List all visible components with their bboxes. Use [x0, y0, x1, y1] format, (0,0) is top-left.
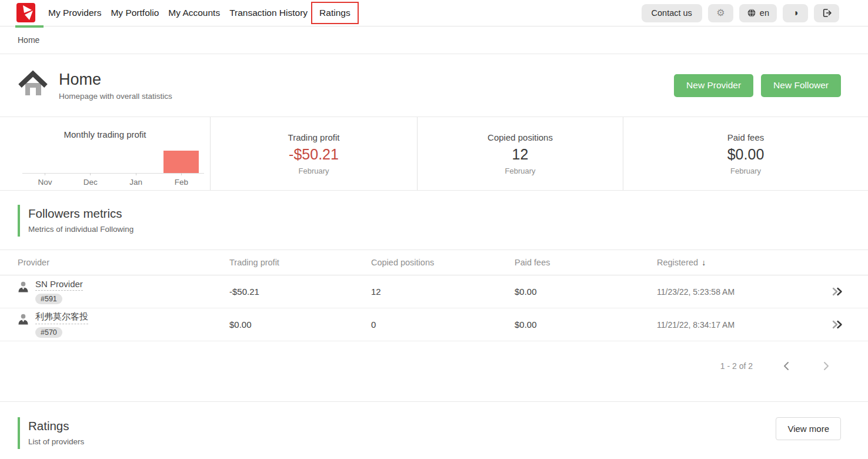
gear-icon: ⚙ [716, 8, 725, 18]
nav-transaction-history[interactable]: Transaction History [229, 8, 308, 18]
provider-id-badge: #591 [35, 294, 62, 304]
paid-fees-card: Paid fees $0.00 February [623, 117, 868, 190]
person-icon [18, 281, 29, 292]
title-block: Home Homepage with overall statistics [59, 71, 172, 101]
new-follower-button[interactable]: New Follower [761, 74, 841, 97]
main-menu: My Providers My Portfolio My Accounts Tr… [48, 6, 356, 19]
open-details-chevrons-icon[interactable] [832, 320, 850, 329]
mini-chart-labels: NovDecJanFeb [22, 178, 204, 187]
section-title: Ratings [28, 419, 84, 433]
top-navigation: My Providers My Portfolio My Accounts Tr… [0, 0, 868, 26]
copied-positions-card: Copied positions 12 February [418, 117, 623, 190]
pagination: 1 - 2 of 2 [0, 359, 833, 373]
settings-button[interactable]: ⚙ [708, 4, 733, 22]
col-paid-fees[interactable]: Paid fees [515, 258, 657, 267]
section-subtitle: Metrics of individual Following [28, 225, 868, 234]
followers-metrics-section: Followers metrics Metrics of individual … [0, 191, 868, 373]
table-row: SN Provider #591 -$50.21 12 $0.00 11/23/… [0, 275, 868, 308]
page-title: Home [59, 71, 172, 89]
followers-metrics-header: Followers metrics Metrics of individual … [18, 205, 868, 237]
nav-my-portfolio[interactable]: My Portfolio [111, 8, 159, 18]
col-registered-label: Registered [657, 258, 698, 267]
next-page-button[interactable] [820, 359, 833, 373]
mini-bar-chart [22, 141, 204, 174]
stat-period: February [505, 167, 535, 175]
provider-cell: SN Provider #591 [18, 279, 229, 304]
nav-my-providers[interactable]: My Providers [48, 8, 101, 18]
active-nav-indicator [15, 25, 44, 28]
view-more-button[interactable]: View more [776, 417, 841, 440]
chart-tick-label: Feb [159, 178, 204, 187]
chart-bar [163, 151, 199, 173]
cell-paid-fees: $0.00 [515, 287, 657, 297]
overall-statistics-strip: Monthly trading profit NovDecJanFeb Trad… [0, 117, 868, 191]
person-icon [18, 313, 29, 325]
col-provider[interactable]: Provider [18, 258, 229, 267]
col-registered-sorted[interactable]: Registered↓ [657, 258, 801, 267]
globe-icon [747, 8, 756, 18]
nav-ratings-highlighted[interactable]: Ratings [311, 2, 359, 24]
stat-period: February [298, 167, 329, 175]
page-header: Home Homepage with overall statistics Ne… [0, 54, 868, 117]
previous-page-button[interactable] [780, 359, 793, 373]
logout-icon [822, 8, 832, 18]
breadcrumb[interactable]: Home [18, 35, 39, 45]
app-page: My Providers My Portfolio My Accounts Tr… [0, 0, 868, 459]
cell-trading-profit: -$50.21 [229, 287, 371, 297]
contrast-icon: ◑ [793, 8, 799, 18]
provider-info: 利弗莫尔客投 #570 [35, 311, 88, 338]
contact-us-button[interactable]: Contact us [642, 4, 702, 22]
breadcrumb-bar: Home [0, 26, 868, 54]
header-actions: New Provider New Follower [674, 74, 841, 97]
page-subtitle: Homepage with overall statistics [59, 92, 172, 101]
stat-title: Paid fees [727, 132, 764, 142]
provider-id-badge: #570 [35, 327, 62, 338]
col-trading-profit[interactable]: Trading profit [229, 258, 371, 267]
table-row: 利弗莫尔客投 #570 $0.00 0 $0.00 11/21/22, 8:34… [0, 308, 868, 341]
followers-table-header: Provider Trading profit Copied positions… [0, 250, 868, 275]
chart-tick-label: Nov [22, 178, 68, 187]
pagination-range-label: 1 - 2 of 2 [720, 361, 753, 371]
cell-trading-profit: $0.00 [229, 320, 371, 330]
section-subtitle: List of providers [28, 437, 84, 446]
ratings-header: Ratings List of providers [18, 417, 84, 449]
chart-axis-tick [181, 173, 182, 175]
provider-info: SN Provider #591 [35, 279, 83, 304]
stat-title: Copied positions [488, 132, 553, 142]
chart-title: Monthly trading profit [0, 129, 210, 139]
section-title: Followers metrics [28, 207, 868, 221]
chart-axis-tick [136, 173, 136, 175]
new-provider-button[interactable]: New Provider [674, 74, 753, 97]
stat-title: Trading profit [288, 132, 340, 142]
stat-period: February [730, 167, 761, 175]
chart-tick-label: Dec [68, 178, 113, 187]
open-details-chevrons-icon[interactable] [832, 287, 850, 296]
stat-value: 12 [512, 146, 529, 163]
col-copied-positions[interactable]: Copied positions [371, 258, 515, 267]
nav-right-actions: Contact us ⚙ en ◑ [642, 4, 839, 22]
chart-tick-label: Jan [113, 178, 159, 187]
cell-paid-fees: $0.00 [515, 320, 657, 330]
theme-contrast-button[interactable]: ◑ [783, 4, 808, 22]
cell-copied-positions: 12 [371, 287, 515, 297]
stat-value: $0.00 [727, 146, 764, 163]
language-code: en [760, 8, 769, 18]
provider-cell: 利弗莫尔客投 #570 [18, 311, 229, 338]
home-icon [18, 69, 48, 101]
app-logo[interactable] [16, 3, 35, 23]
stat-value: -$50.21 [289, 146, 339, 163]
provider-name-link[interactable]: SN Provider [35, 279, 83, 291]
cell-copied-positions: 0 [371, 320, 515, 330]
sort-descending-icon: ↓ [702, 258, 706, 267]
cell-registered: 11/23/22, 5:23:58 AM [657, 287, 801, 297]
logout-button[interactable] [814, 4, 839, 22]
ratings-section: Ratings List of providers View more [0, 401, 868, 449]
provider-name-link[interactable]: 利弗莫尔客投 [35, 311, 88, 324]
chart-axis-tick [90, 173, 91, 175]
cell-registered: 11/21/22, 8:34:17 AM [657, 320, 801, 330]
nav-my-accounts[interactable]: My Accounts [168, 8, 220, 18]
language-selector[interactable]: en [739, 4, 777, 22]
monthly-trading-profit-card: Monthly trading profit NovDecJanFeb [0, 117, 211, 190]
trading-profit-card: Trading profit -$50.21 February [211, 117, 418, 190]
chart-axis-tick [45, 173, 45, 175]
